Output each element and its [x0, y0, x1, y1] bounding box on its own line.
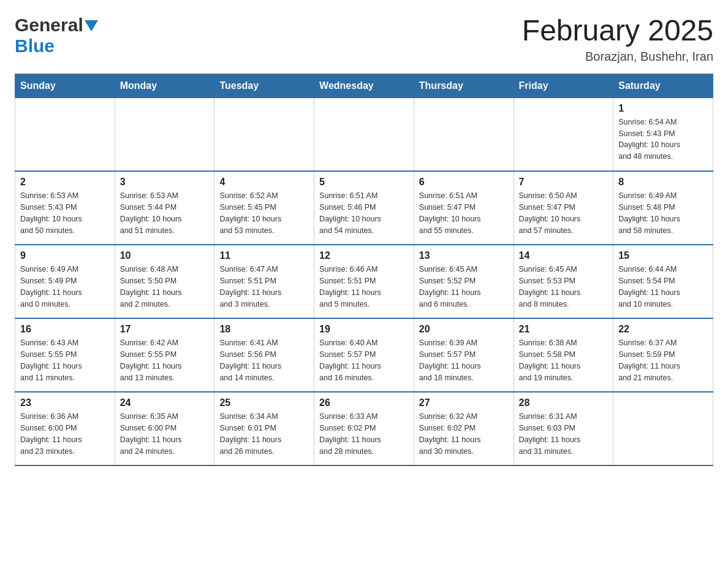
day-info: Sunrise: 6:49 AM Sunset: 5:49 PM Dayligh… [20, 264, 110, 310]
svg-marker-0 [85, 20, 98, 31]
day-number: 5 [319, 177, 409, 188]
logo-general-text: General [15, 15, 83, 36]
day-header-saturday: Saturday [613, 74, 713, 98]
day-number: 24 [120, 397, 210, 408]
day-info: Sunrise: 6:44 AM Sunset: 5:54 PM Dayligh… [618, 264, 708, 310]
calendar-cell: 11Sunrise: 6:47 AM Sunset: 5:51 PM Dayli… [214, 245, 314, 318]
day-number: 10 [120, 250, 210, 261]
day-number: 28 [519, 397, 609, 408]
calendar-cell: 20Sunrise: 6:39 AM Sunset: 5:57 PM Dayli… [414, 318, 514, 392]
day-header-monday: Monday [115, 74, 214, 98]
day-header-friday: Friday [514, 74, 613, 98]
day-number: 21 [519, 324, 609, 335]
calendar-cell [414, 98, 514, 171]
day-info: Sunrise: 6:40 AM Sunset: 5:57 PM Dayligh… [319, 337, 409, 383]
calendar-cell: 22Sunrise: 6:37 AM Sunset: 5:59 PM Dayli… [613, 318, 713, 392]
title-block: February 2025 Borazjan, Bushehr, Iran [522, 15, 713, 64]
day-info: Sunrise: 6:45 AM Sunset: 5:53 PM Dayligh… [519, 264, 609, 310]
day-header-tuesday: Tuesday [214, 74, 314, 98]
calendar-cell: 28Sunrise: 6:31 AM Sunset: 6:03 PM Dayli… [514, 392, 613, 465]
day-number: 19 [319, 324, 409, 335]
calendar-title: February 2025 [522, 15, 713, 47]
calendar-cell: 16Sunrise: 6:43 AM Sunset: 5:55 PM Dayli… [15, 318, 115, 392]
day-info: Sunrise: 6:50 AM Sunset: 5:47 PM Dayligh… [519, 190, 609, 236]
calendar-week-row: 2Sunrise: 6:53 AM Sunset: 5:43 PM Daylig… [15, 171, 713, 245]
calendar-cell: 8Sunrise: 6:49 AM Sunset: 5:48 PM Daylig… [613, 171, 713, 245]
calendar-cell [514, 98, 613, 171]
day-header-thursday: Thursday [414, 74, 514, 98]
day-info: Sunrise: 6:31 AM Sunset: 6:03 PM Dayligh… [519, 411, 609, 457]
day-header-sunday: Sunday [15, 74, 115, 98]
calendar-cell: 13Sunrise: 6:45 AM Sunset: 5:52 PM Dayli… [414, 245, 514, 318]
calendar-week-row: 1Sunrise: 6:54 AM Sunset: 5:43 PM Daylig… [15, 98, 713, 171]
day-number: 9 [20, 250, 110, 261]
logo-blue-text: Blue [15, 36, 55, 56]
calendar-cell: 3Sunrise: 6:53 AM Sunset: 5:44 PM Daylig… [115, 171, 214, 245]
day-number: 6 [419, 177, 509, 188]
day-number: 20 [419, 324, 509, 335]
day-number: 15 [618, 250, 708, 261]
day-info: Sunrise: 6:54 AM Sunset: 5:43 PM Dayligh… [618, 117, 708, 163]
day-info: Sunrise: 6:39 AM Sunset: 5:57 PM Dayligh… [419, 337, 509, 383]
logo-triangle-icon [85, 20, 98, 31]
day-number: 17 [120, 324, 210, 335]
day-info: Sunrise: 6:41 AM Sunset: 5:56 PM Dayligh… [219, 337, 309, 383]
day-number: 16 [20, 324, 110, 335]
day-number: 3 [120, 177, 210, 188]
calendar-cell [15, 98, 115, 171]
calendar-cell: 26Sunrise: 6:33 AM Sunset: 6:02 PM Dayli… [314, 392, 414, 465]
day-number: 12 [319, 250, 409, 261]
day-number: 13 [419, 250, 509, 261]
day-number: 8 [618, 177, 708, 188]
day-info: Sunrise: 6:35 AM Sunset: 6:00 PM Dayligh… [120, 411, 210, 457]
day-info: Sunrise: 6:37 AM Sunset: 5:59 PM Dayligh… [618, 337, 708, 383]
calendar-cell: 4Sunrise: 6:52 AM Sunset: 5:45 PM Daylig… [214, 171, 314, 245]
day-number: 7 [519, 177, 609, 188]
day-info: Sunrise: 6:42 AM Sunset: 5:55 PM Dayligh… [120, 337, 210, 383]
day-info: Sunrise: 6:52 AM Sunset: 5:45 PM Dayligh… [219, 190, 309, 236]
day-info: Sunrise: 6:53 AM Sunset: 5:43 PM Dayligh… [20, 190, 110, 236]
calendar-table: SundayMondayTuesdayWednesdayThursdayFrid… [15, 74, 713, 467]
day-info: Sunrise: 6:53 AM Sunset: 5:44 PM Dayligh… [120, 190, 210, 236]
day-number: 23 [20, 397, 110, 408]
calendar-cell: 24Sunrise: 6:35 AM Sunset: 6:00 PM Dayli… [115, 392, 214, 465]
day-info: Sunrise: 6:36 AM Sunset: 6:00 PM Dayligh… [20, 411, 110, 457]
logo: General Blue [15, 15, 98, 56]
calendar-cell: 6Sunrise: 6:51 AM Sunset: 5:47 PM Daylig… [414, 171, 514, 245]
calendar-cell: 9Sunrise: 6:49 AM Sunset: 5:49 PM Daylig… [15, 245, 115, 318]
day-info: Sunrise: 6:51 AM Sunset: 5:47 PM Dayligh… [419, 190, 509, 236]
day-info: Sunrise: 6:45 AM Sunset: 5:52 PM Dayligh… [419, 264, 509, 310]
calendar-week-row: 16Sunrise: 6:43 AM Sunset: 5:55 PM Dayli… [15, 318, 713, 392]
calendar-cell: 17Sunrise: 6:42 AM Sunset: 5:55 PM Dayli… [115, 318, 214, 392]
day-info: Sunrise: 6:51 AM Sunset: 5:46 PM Dayligh… [319, 190, 409, 236]
calendar-cell: 1Sunrise: 6:54 AM Sunset: 5:43 PM Daylig… [613, 98, 713, 171]
day-info: Sunrise: 6:38 AM Sunset: 5:58 PM Dayligh… [519, 337, 609, 383]
day-info: Sunrise: 6:32 AM Sunset: 6:02 PM Dayligh… [419, 411, 509, 457]
day-number: 22 [618, 324, 708, 335]
day-number: 25 [219, 397, 309, 408]
day-info: Sunrise: 6:49 AM Sunset: 5:48 PM Dayligh… [618, 190, 708, 236]
day-number: 26 [319, 397, 409, 408]
page-header: General Blue February 2025 Borazjan, Bus… [15, 15, 713, 64]
calendar-cell: 25Sunrise: 6:34 AM Sunset: 6:01 PM Dayli… [214, 392, 314, 465]
calendar-header-row: SundayMondayTuesdayWednesdayThursdayFrid… [15, 74, 713, 98]
day-number: 27 [419, 397, 509, 408]
calendar-week-row: 9Sunrise: 6:49 AM Sunset: 5:49 PM Daylig… [15, 245, 713, 318]
calendar-cell: 23Sunrise: 6:36 AM Sunset: 6:00 PM Dayli… [15, 392, 115, 465]
day-info: Sunrise: 6:46 AM Sunset: 5:51 PM Dayligh… [319, 264, 409, 310]
calendar-cell: 12Sunrise: 6:46 AM Sunset: 5:51 PM Dayli… [314, 245, 414, 318]
day-number: 1 [618, 103, 708, 114]
day-info: Sunrise: 6:43 AM Sunset: 5:55 PM Dayligh… [20, 337, 110, 383]
calendar-cell: 18Sunrise: 6:41 AM Sunset: 5:56 PM Dayli… [214, 318, 314, 392]
calendar-cell: 15Sunrise: 6:44 AM Sunset: 5:54 PM Dayli… [613, 245, 713, 318]
calendar-cell [214, 98, 314, 171]
calendar-cell: 14Sunrise: 6:45 AM Sunset: 5:53 PM Dayli… [514, 245, 613, 318]
calendar-cell: 2Sunrise: 6:53 AM Sunset: 5:43 PM Daylig… [15, 171, 115, 245]
calendar-cell: 21Sunrise: 6:38 AM Sunset: 5:58 PM Dayli… [514, 318, 613, 392]
day-number: 14 [519, 250, 609, 261]
day-header-wednesday: Wednesday [314, 74, 414, 98]
calendar-cell [613, 392, 713, 465]
day-number: 11 [219, 250, 309, 261]
day-number: 2 [20, 177, 110, 188]
calendar-cell: 19Sunrise: 6:40 AM Sunset: 5:57 PM Dayli… [314, 318, 414, 392]
